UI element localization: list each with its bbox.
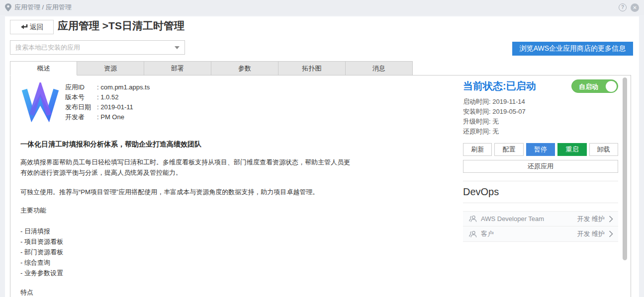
field-developer: 开发者 : PM One [65,112,364,122]
devops-row-roles: 开发 维护 [577,215,605,223]
list-item: - 综合查询 [20,257,364,268]
tab-resources[interactable]: 资源 [77,61,144,75]
refresh-button[interactable]: 刷新 [463,143,492,156]
chevron-down-icon [175,46,180,49]
list-item: - 项目资源看板 [20,236,364,247]
status-start-time: 启动时间: 2019-11-14 [463,97,618,107]
devops-row-name: AWS Developer Team [481,215,544,223]
devops-row-aws-team[interactable]: AWS Developer Team 开发 维护 [463,211,618,226]
devops-list: AWS Developer Team 开发 维护 客户 开发 维护 [463,211,618,242]
scrollbar-track[interactable] [623,76,627,296]
app-paragraph-1: 高效填报界面帮助员工每日轻松填写日清和工时。多维度看板支持从项目、部门维度查看资… [20,157,355,178]
page-title: 应用管理 >TS日清工时管理 [58,19,184,33]
app-paragraph-2: 可独立使用。推荐与“PM项目管理”应用搭配使用，丰富成本与资源角度的数据支持，助… [20,187,355,197]
overview-panel: 应用ID : com.pm1.apps.ts 版本号 : 1.0.52 发布日期… [10,75,631,297]
tab-messages[interactable]: 消息 [346,61,413,75]
app-meta-fields: 应用ID : com.pm1.apps.ts 版本号 : 1.0.52 发布日期… [65,80,364,122]
tab-bar: 概述 资源 部署 参数 拓扑图 消息 [10,61,413,75]
users-icon [469,230,477,238]
restore-app-button[interactable]: 还原应用 [463,160,618,173]
browse-aws-store-button[interactable]: 浏览AWS企业应用商店的更多信息 [512,42,633,56]
chevron-right-icon [609,230,613,237]
scrollbar-thumb[interactable] [623,77,627,260]
breadcrumb: 应用管理 / 应用管理 [14,3,72,12]
users-icon [469,215,477,223]
status-panel: 当前状态:已启动 自启动 启动时间: 2019-11-14 安装时间: 2019… [463,79,618,242]
status-install-time: 安装时间: 2019-05-07 [463,107,618,117]
back-button-label: 返回 [30,23,44,32]
field-app-id: 应用ID : com.pm1.apps.ts [65,82,364,92]
devops-title: DevOps [463,186,618,198]
status-info: 启动时间: 2019-11-14 安装时间: 2019-05-07 升级时间: … [463,97,618,137]
tab-topology[interactable]: 拓扑图 [278,61,346,75]
top-bar: 应用管理 / 应用管理 ? ✕ [0,0,644,15]
help-icon[interactable]: ? [619,3,627,11]
app-logo [20,82,60,122]
status-upgrade-time: 升级时间: 无 [463,117,618,127]
divider [463,181,618,181]
divider [463,203,618,203]
app-description: 一体化日清工时填报和分析体系，帮助企业打造高绩效团队 高效填报界面帮助员工每日轻… [20,140,364,297]
list-item: - 日清填报 [20,226,364,236]
status-restore-time: 还原时间: 无 [463,127,618,137]
field-release-date: 发布日期 : 2019-01-11 [65,102,364,112]
search-installed-apps-select[interactable]: 搜索本地已安装的应用 [10,40,185,55]
toggle-knob [606,81,617,92]
field-version: 版本号 : 1.0.52 [65,92,364,102]
pause-button[interactable]: 暂停 [526,143,555,156]
list-item: - 部门资源看板 [20,247,364,257]
back-arrow-icon [20,24,28,30]
app-details: 应用ID : com.pm1.apps.ts 版本号 : 1.0.52 发布日期… [20,80,364,297]
search-placeholder: 搜索本地已安装的应用 [15,43,80,52]
main-card: 返回 应用管理 >TS日清工时管理 搜索本地已安装的应用 浏览AWS企业应用商店… [5,16,639,297]
chevron-right-icon [609,216,613,223]
section-title-features: 主要功能 [20,206,364,215]
configure-button[interactable]: 配置 [494,143,523,156]
current-status: 当前状态:已启动 [463,79,536,93]
location-pin-icon [5,3,11,11]
back-button[interactable]: 返回 [10,20,54,34]
section-title-highlights: 特点 [20,288,364,297]
restart-button[interactable]: 重启 [557,143,586,156]
tab-params[interactable]: 参数 [211,61,278,75]
autostart-toggle-label: 自启动 [579,82,598,91]
devops-row-customer[interactable]: 客户 开发 维护 [463,226,618,242]
tab-deploy[interactable]: 部署 [144,61,211,75]
uninstall-button[interactable]: 卸载 [589,143,618,156]
features-list: - 日清填报 - 项目资源看板 - 部门资源看板 - 综合查询 - 业务参数设置 [20,226,364,278]
app-headline: 一体化日清工时填报和分析体系，帮助企业打造高绩效团队 [20,140,364,149]
list-item: - 业务参数设置 [20,268,364,278]
action-buttons: 刷新 配置 暂停 重启 卸载 [463,143,618,156]
close-icon[interactable]: ✕ [631,3,639,12]
autostart-toggle[interactable]: 自启动 [571,79,618,93]
tab-overview[interactable]: 概述 [10,61,77,75]
devops-row-roles: 开发 维护 [577,229,605,238]
devops-row-name: 客户 [481,229,494,238]
